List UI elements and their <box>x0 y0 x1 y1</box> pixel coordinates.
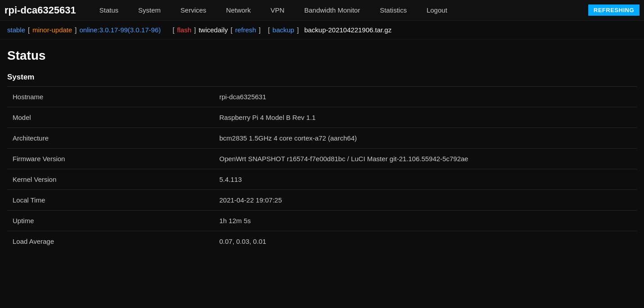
backup-link[interactable]: backup <box>272 26 294 34</box>
row-label-0: Hostname <box>7 87 214 107</box>
system-info-table: Hostname rpi-dca6325631 Model Raspberry … <box>7 86 637 251</box>
nav-system[interactable]: System <box>129 0 171 21</box>
page-title: Status <box>7 48 637 63</box>
row-label-4: Kernel Version <box>7 169 214 190</box>
row-value-1: Raspberry Pi 4 Model B Rev 1.1 <box>214 107 637 128</box>
space2 <box>263 26 265 34</box>
nav-bandwidth[interactable]: Bandwidth Monitor <box>294 0 370 21</box>
row-label-7: Load Average <box>7 231 214 252</box>
bracket-close: ] <box>75 26 77 34</box>
table-row: Firmware Version OpenWrt SNAPSHOT r16574… <box>7 149 637 169</box>
navbar: rpi-dca6325631 Status System Services Ne… <box>0 0 644 21</box>
bracket-open: [ <box>28 26 30 34</box>
site-brand: rpi-dca6325631 <box>4 4 76 16</box>
nav-items: Status System Services Network VPN Bandw… <box>89 0 588 21</box>
nav-vpn[interactable]: VPN <box>261 0 294 21</box>
nav-services[interactable]: Services <box>171 0 217 21</box>
refresh-link[interactable]: refresh <box>235 26 256 34</box>
section-title-system: System <box>7 70 637 84</box>
flash-link[interactable]: flash <box>177 26 191 34</box>
row-label-3: Firmware Version <box>7 149 214 169</box>
main-content: Status System Hostname rpi-dca6325631 Mo… <box>0 40 644 260</box>
table-row: Kernel Version 5.4.113 <box>7 169 637 190</box>
row-label-5: Local Time <box>7 190 214 211</box>
row-value-2: bcm2835 1.5GHz 4 core cortex-a72 (aarch6… <box>214 128 637 149</box>
table-row: Local Time 2021-04-22 19:07:25 <box>7 190 637 211</box>
row-label-6: Uptime <box>7 211 214 231</box>
row-value-3: OpenWrt SNAPSHOT r16574-f7e00d81bc / LuC… <box>214 149 637 169</box>
spacer1 <box>168 26 170 34</box>
row-value-6: 1h 12m 5s <box>214 211 637 231</box>
nav-status[interactable]: Status <box>89 0 129 21</box>
row-value-5: 2021-04-22 19:07:25 <box>214 190 637 211</box>
table-row: Model Raspberry Pi 4 Model B Rev 1.1 <box>7 107 637 128</box>
nav-network[interactable]: Network <box>216 0 261 21</box>
stable-link[interactable]: stable <box>7 26 25 34</box>
flash-bracket-open: [ <box>173 26 174 34</box>
schedule-text: twicedaily <box>199 26 228 34</box>
table-row: Load Average 0.07, 0.03, 0.01 <box>7 231 637 252</box>
nav-logout[interactable]: Logout <box>417 0 457 21</box>
backup-file: backup-202104221906.tar.gz <box>304 26 391 34</box>
version-text: online:3.0.17-99(3.0.17-96) <box>80 26 161 34</box>
row-label-2: Architecture <box>7 128 214 149</box>
row-value-7: 0.07, 0.03, 0.01 <box>214 231 637 252</box>
table-row: Uptime 1h 12m 5s <box>7 211 637 231</box>
minor-update-link[interactable]: minor-update <box>32 26 72 34</box>
row-label-1: Model <box>7 107 214 128</box>
nav-statistics[interactable]: Statistics <box>370 0 417 21</box>
table-row: Architecture bcm2835 1.5GHz 4 core corte… <box>7 128 637 149</box>
flash-bracket-close: ] <box>194 26 196 34</box>
row-value-0: rpi-dca6325631 <box>214 87 637 107</box>
row-value-4: 5.4.113 <box>214 169 637 190</box>
table-row: Hostname rpi-dca6325631 <box>7 87 637 107</box>
backup-bracket-open: [ <box>268 26 270 34</box>
refresh-bracket-close: ] <box>259 26 261 34</box>
status-bar: stable [ minor-update ] online:3.0.17-99… <box>0 21 644 40</box>
backup-bracket-close: ] <box>297 26 299 34</box>
refresh-button[interactable]: REFRESHING <box>588 4 640 16</box>
refresh-bracket-open: [ <box>231 26 232 34</box>
